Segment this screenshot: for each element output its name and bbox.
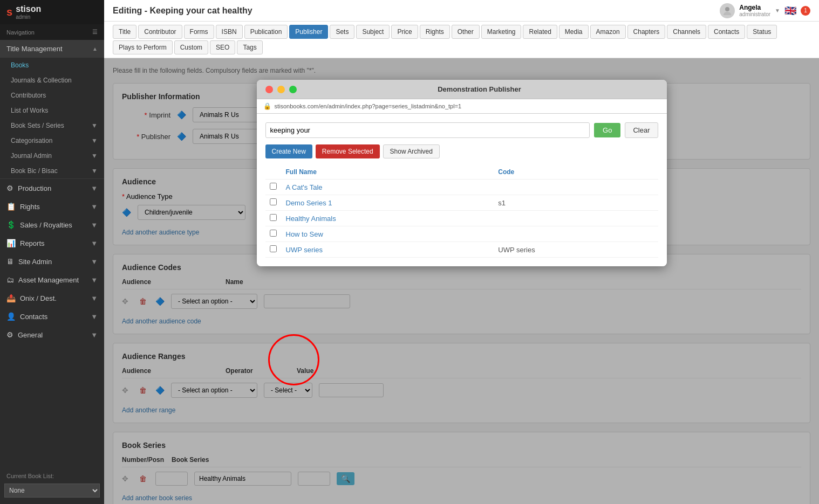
sidebar-item-categorisation[interactable]: Categorisation ▼ [0, 133, 104, 148]
series-name-link[interactable]: UWP series [286, 246, 323, 254]
tab-status[interactable]: Status [747, 25, 777, 39]
flag-icon: 🇬🇧 [784, 5, 796, 17]
sales-icon: 💲 [6, 220, 16, 229]
chevron-icon: ▼ [91, 152, 98, 160]
sidebar-item-list-of-works[interactable]: List of Works [0, 103, 104, 118]
chevron-icon: ▼ [91, 184, 98, 192]
current-list-label: Current Book List: [0, 468, 104, 484]
tab-plays-to-perform[interactable]: Plays to Perform [113, 40, 173, 54]
tab-marketing[interactable]: Marketing [481, 25, 522, 39]
sidebar-item-site-admin[interactable]: 🖥 Site Admin ▼ [0, 252, 104, 271]
row-checkbox[interactable] [270, 198, 277, 205]
sidebar: s stison admin Navigation ☰ Title Manage… [0, 0, 104, 504]
row-checkbox[interactable] [270, 230, 277, 237]
sidebar-item-book-sets-series[interactable]: Book Sets / Series ▼ [0, 118, 104, 133]
sidebar-item-contributors[interactable]: Contributors [0, 88, 104, 103]
modal-search-input[interactable] [265, 122, 590, 138]
sidebar-item-rights[interactable]: 📋 Rights ▼ [0, 197, 104, 216]
logo-text: stison [16, 4, 41, 14]
chevron-icon: ▼ [91, 203, 98, 211]
modal-remove-button[interactable]: Remove Selected [316, 144, 380, 158]
tab-channels[interactable]: Channels [667, 25, 706, 39]
content-area: Please fill in the following fields. Com… [104, 58, 819, 504]
row-checkbox[interactable] [270, 245, 277, 252]
onix-icon: 📤 [6, 294, 16, 302]
tab-custom[interactable]: Custom [174, 40, 208, 54]
modal-go-button[interactable]: Go [594, 123, 620, 137]
series-name-link[interactable]: Healthy Animals [286, 215, 336, 223]
modal-clear-button[interactable]: Clear [625, 122, 658, 138]
current-book-list-select[interactable]: None [4, 484, 100, 498]
chevron-icon: ▼ [91, 331, 98, 339]
modal-search-row: Go Clear [265, 122, 658, 138]
series-code [494, 211, 658, 226]
rights-icon: 📋 [6, 202, 16, 211]
tab-tags[interactable]: Tags [237, 40, 262, 54]
tab-subject[interactable]: Subject [356, 25, 390, 39]
tab-publication[interactable]: Publication [244, 25, 288, 39]
chevron-icon: ▼ [91, 221, 98, 229]
tab-bar: Title Contributor Forms ISBN Publication… [104, 22, 819, 58]
chevron-icon: ▼ [91, 294, 98, 302]
tab-title[interactable]: Title [113, 25, 136, 39]
tab-seo[interactable]: SEO [210, 40, 235, 54]
sidebar-item-book-bic-bisac[interactable]: Book Bic / Bisac ▼ [0, 163, 104, 178]
series-name-link[interactable]: How to Sew [286, 230, 323, 238]
chevron-down-icon: ▼ [775, 8, 780, 13]
tab-related[interactable]: Related [523, 25, 557, 39]
sidebar-item-onix-dest[interactable]: 📤 Onix / Dest. ▼ [0, 289, 104, 307]
series-name-link[interactable]: Demo Series 1 [286, 199, 332, 207]
table-row: Demo Series 1 s1 [265, 195, 658, 211]
tab-sets[interactable]: Sets [330, 25, 354, 39]
tab-forms[interactable]: Forms [184, 25, 214, 39]
table-row: UWP series UWP series [265, 242, 658, 258]
sidebar-item-journal-admin[interactable]: Journal Admin ▼ [0, 148, 104, 163]
modal-maximize-button[interactable] [289, 86, 297, 93]
chevron-icon: ▲ [92, 46, 98, 52]
sidebar-logo: s stison admin [0, 0, 104, 24]
sidebar-item-general[interactable]: ⚙ General ▼ [0, 326, 104, 344]
sidebar-item-asset-management[interactable]: 🗂 Asset Management ▼ [0, 271, 104, 289]
page-title: Editing - Keeping your cat healthy [113, 6, 252, 16]
modal-titlebar: Demonstration Publisher [257, 80, 667, 99]
modal-close-button[interactable] [265, 86, 273, 93]
sidebar-item-production[interactable]: ⚙ Production ▼ [0, 179, 104, 197]
tab-contributor[interactable]: Contributor [138, 25, 182, 39]
user-sub: administrator [739, 11, 770, 17]
tab-isbn[interactable]: ISBN [216, 25, 243, 39]
logo-icon: s [6, 6, 12, 18]
user-area: Angela administrator ▼ 🇬🇧 1 [720, 3, 810, 18]
tab-amazon[interactable]: Amazon [590, 25, 626, 39]
row-checkbox[interactable] [270, 214, 277, 221]
asset-icon: 🗂 [6, 275, 14, 284]
sidebar-item-contacts[interactable]: 👤 Contacts ▼ [0, 307, 104, 326]
sidebar-item-sales-royalties[interactable]: 💲 Sales / Royalties ▼ [0, 216, 104, 234]
modal-minimize-button[interactable] [277, 86, 285, 93]
tab-rights[interactable]: Rights [420, 25, 450, 39]
general-icon: ⚙ [6, 330, 13, 339]
chevron-icon: ▼ [91, 258, 98, 266]
nav-header: Navigation ☰ [0, 24, 104, 40]
tab-media[interactable]: Media [559, 25, 589, 39]
tab-contacts[interactable]: Contacts [708, 25, 745, 39]
production-icon: ⚙ [6, 184, 13, 192]
notification-icon[interactable]: 1 [801, 6, 810, 16]
series-code [494, 179, 658, 195]
user-name: Angela [739, 4, 770, 11]
sidebar-item-title-management[interactable]: Title Management ▲ [0, 40, 104, 58]
modal-archive-button[interactable]: Show Archived [383, 144, 440, 158]
tab-publisher[interactable]: Publisher [289, 25, 328, 39]
table-row: Healthy Animals [265, 211, 658, 226]
row-checkbox[interactable] [270, 183, 277, 190]
topbar: Editing - Keeping your cat healthy Angel… [104, 0, 819, 22]
tab-chapters[interactable]: Chapters [627, 25, 666, 39]
sidebar-item-books[interactable]: Books [0, 58, 104, 73]
tab-other[interactable]: Other [452, 25, 480, 39]
series-name-link[interactable]: A Cat's Tale [286, 183, 323, 191]
sidebar-item-journals-collection[interactable]: Journals & Collection [0, 73, 104, 88]
sidebar-item-reports[interactable]: 📊 Reports ▼ [0, 234, 104, 252]
modal-create-button[interactable]: Create New [265, 144, 312, 158]
tab-price[interactable]: Price [391, 25, 418, 39]
avatar [720, 3, 735, 18]
chevron-icon: ▼ [91, 276, 98, 284]
